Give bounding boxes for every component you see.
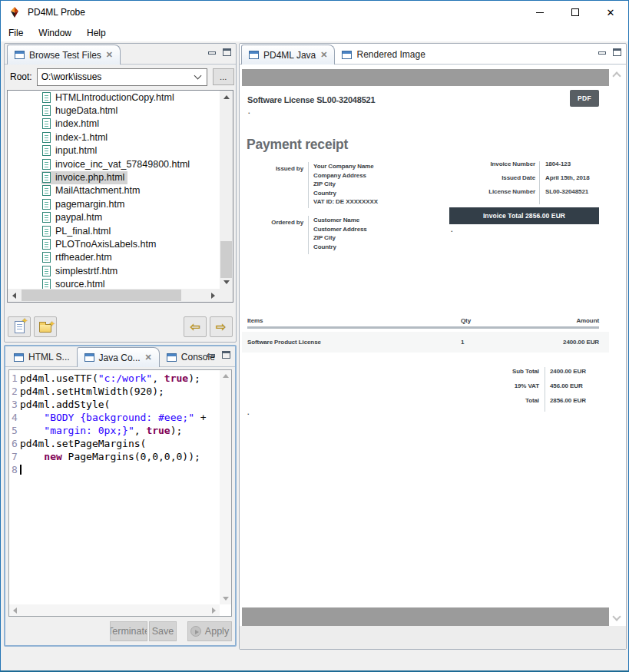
file-row[interactable]: index-1.html — [8, 131, 220, 144]
ordered-by-block: Customer Name Customer Address ZIP City … — [313, 216, 367, 251]
file-row[interactable]: pagemargin.htm — [8, 197, 220, 210]
editor-hscrollbar[interactable] — [9, 604, 220, 616]
scroll-down-button[interactable] — [220, 593, 231, 604]
file-list[interactable]: HTMLIntroductionCopy.html hugeData.html … — [7, 90, 233, 303]
tab-close-icon[interactable]: ✕ — [145, 353, 152, 362]
browse-tab-bar: Browse Test Files ✕ — [5, 44, 236, 65]
terminate-button[interactable]: Terminate — [110, 621, 147, 641]
forward-button[interactable]: ⇨ — [210, 316, 233, 337]
file-row[interactable]: PL_final.html — [8, 224, 220, 237]
pdf-button[interactable]: PDF — [570, 90, 599, 107]
file-row[interactable]: paypal.htm — [8, 211, 220, 224]
scroll-up-button[interactable] — [220, 370, 231, 382]
file-icon — [42, 145, 51, 156]
file-name: HTMLIntroductionCopy.html — [55, 92, 174, 103]
menu-help[interactable]: Help — [79, 28, 114, 38]
totals-block: Sub Total2400.00 EUR 19% VAT456.00 EUR T… — [455, 367, 599, 411]
issued-by-block: Your Company Name Company Address ZIP Ci… — [313, 162, 378, 207]
invoice-document: Software License SL00-32048521 PDF . Pay… — [242, 86, 609, 607]
file-row[interactable]: invoice_inc_vat_57849800.html — [8, 157, 220, 170]
scroll-right-button[interactable] — [207, 289, 220, 302]
items-header: Items Qty Amount — [242, 316, 609, 326]
file-name: invoice.php.html — [55, 172, 124, 183]
panel-minimize-icon[interactable] — [208, 51, 216, 55]
menu-window[interactable]: Window — [31, 28, 79, 38]
code-line: 1pd4ml.useTTF("c:/work", true); — [9, 372, 220, 385]
file-list-hscrollbar[interactable] — [8, 289, 220, 302]
file-row[interactable]: invoice.php.html — [8, 170, 220, 184]
new-file-icon — [15, 321, 25, 333]
receipt-heading: Payment receipt — [247, 137, 348, 153]
apply-button[interactable]: Apply — [187, 621, 232, 641]
new-folder-button[interactable] — [34, 316, 57, 337]
file-name: input.html — [55, 145, 97, 156]
chevron-down-icon — [194, 72, 201, 80]
tab-pd4ml-java[interactable]: PD4ML Java ✕ — [241, 45, 335, 65]
file-name: paypal.htm — [55, 212, 102, 223]
file-icon — [42, 239, 51, 250]
browse-toolbar: ⇦ ⇨ — [5, 316, 236, 339]
viewer-footer — [240, 626, 626, 649]
tab-html-source[interactable]: HTML S... — [7, 347, 77, 367]
minimize-button[interactable] — [522, 1, 558, 24]
file-row[interactable]: PLOTnoAxisLabels.htm — [8, 237, 220, 250]
tab-close-icon[interactable]: ✕ — [320, 51, 327, 59]
scroll-up-icon[interactable] — [612, 71, 621, 80]
viewer-scrollbar[interactable] — [612, 67, 623, 626]
file-icon — [42, 132, 51, 143]
stray-dot: . — [247, 409, 250, 416]
editor-panel: HTML S... Java Co... ✕ Console 1pd4ml.us… — [4, 345, 237, 647]
file-row[interactable]: MailAttachment.htm — [8, 184, 220, 197]
scroll-right-button[interactable] — [208, 604, 220, 616]
panel-maximize-icon[interactable] — [613, 48, 621, 56]
stray-dot: . — [248, 108, 250, 115]
maximize-button[interactable] — [558, 1, 593, 24]
back-button[interactable]: ⇦ — [184, 316, 207, 337]
hscroll-thumb[interactable] — [22, 290, 181, 301]
tab-rendered-image[interactable]: Rendered Image — [335, 45, 432, 65]
file-row[interactable]: input.html — [8, 144, 220, 157]
file-row[interactable]: source.html — [8, 277, 220, 289]
tab-java-code[interactable]: Java Co... ✕ — [77, 347, 160, 367]
new-file-button[interactable] — [8, 316, 31, 337]
tab-close-icon[interactable]: ✕ — [106, 51, 113, 59]
divider — [539, 161, 540, 204]
code-line: 7 new PageMargins(0,0,0,0)); — [9, 450, 220, 463]
panel-minimize-icon[interactable] — [598, 51, 606, 55]
file-name: index-1.html — [55, 132, 108, 143]
file-row[interactable]: simplestrtf.htm — [8, 264, 220, 277]
tab-browse-test-files[interactable]: Browse Test Files ✕ — [7, 45, 121, 65]
save-button[interactable]: Save — [149, 621, 177, 641]
code-editor[interactable]: 1pd4ml.useTTF("c:/work", true);2pd4ml.se… — [8, 369, 232, 617]
view-icon — [167, 353, 177, 362]
editor-vscrollbar[interactable] — [220, 370, 231, 604]
doc-title: Software License SL00-32048521 — [247, 95, 375, 104]
panel-maximize-icon[interactable] — [223, 48, 231, 56]
close-button[interactable]: ✕ — [593, 1, 628, 24]
title-bar: PD4ML Probe ✕ — [1, 1, 628, 24]
menu-file[interactable]: File — [1, 28, 31, 38]
scroll-left-button[interactable] — [9, 604, 21, 616]
scroll-up-button[interactable] — [220, 91, 233, 104]
file-row[interactable]: index.html — [8, 118, 220, 131]
scroll-left-button[interactable] — [8, 289, 21, 302]
file-row[interactable]: rtfheader.htm — [8, 251, 220, 264]
vscroll-thumb[interactable] — [220, 241, 232, 278]
file-icon — [42, 226, 51, 237]
file-list-vscrollbar[interactable] — [220, 91, 233, 289]
code-editor-lines: 1pd4ml.useTTF("c:/work", true);2pd4ml.se… — [9, 372, 220, 604]
scroll-down-button[interactable] — [220, 276, 233, 289]
scroll-down-icon[interactable] — [612, 612, 621, 621]
code-line: 5 "margin: 0px;}", true); — [9, 424, 220, 437]
maximize-icon — [571, 8, 579, 16]
file-row[interactable]: HTMLIntroductionCopy.html — [8, 91, 220, 104]
panel-minimize-icon[interactable] — [207, 354, 215, 357]
file-row[interactable]: hugeData.html — [8, 104, 220, 117]
root-combobox[interactable]: O:\work\issues — [37, 68, 207, 86]
ordered-by-label: Ordered by — [242, 218, 303, 227]
tab-label: Browse Test Files — [29, 50, 101, 61]
browse-folder-button[interactable]: ... — [213, 68, 234, 85]
panel-maximize-icon[interactable] — [222, 351, 230, 359]
invoice-total-box: Invoice Total 2856.00 EUR — [449, 207, 599, 224]
view-icon — [249, 51, 259, 59]
